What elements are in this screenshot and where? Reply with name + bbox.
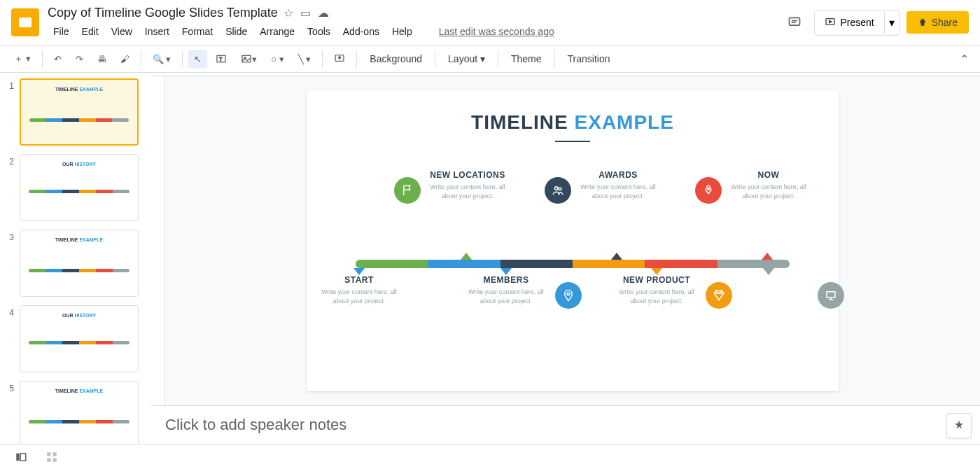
svg-rect-23	[53, 458, 57, 461]
menu-insert[interactable]: Insert	[139, 23, 175, 40]
workspace: 1 TIMELINE EXAMPLE 2 OUR HISTORY 3 TIMEL…	[0, 73, 980, 444]
canvas-area: TIMELINE EXAMPLE NEW LOCATIONSWrite your…	[151, 73, 980, 444]
menu-file[interactable]: File	[48, 23, 75, 40]
slide-title[interactable]: TIMELINE EXAMPLE	[335, 111, 811, 134]
textbox-tool[interactable]: T	[210, 49, 232, 69]
explore-button[interactable]	[946, 413, 972, 438]
menu-bar: File Edit View Insert Format Slide Arran…	[48, 23, 782, 40]
slide-thumbnail[interactable]: OUR HISTORY	[20, 154, 139, 221]
timeline-item[interactable]: STARTWrite your content here, all about …	[321, 275, 398, 305]
menu-slide[interactable]: Slide	[220, 23, 253, 40]
slide-thumbnail[interactable]: OUR HISTORY	[20, 305, 139, 372]
collapse-toolbar-icon[interactable]: ⌃	[960, 52, 969, 66]
svg-text:T: T	[220, 57, 223, 62]
shape-tool[interactable]: ○ ▾	[265, 50, 289, 69]
move-icon[interactable]: ▭	[300, 6, 311, 20]
menu-arrange[interactable]: Arrange	[254, 23, 300, 40]
filmstrip-view-icon[interactable]	[14, 450, 28, 464]
background-button[interactable]: Background	[363, 49, 429, 69]
timeline-item[interactable]: NEW LOCATIONSWrite your content here, al…	[429, 170, 506, 200]
undo-button[interactable]: ↶	[48, 50, 67, 69]
svg-text:+: +	[338, 55, 341, 61]
footer	[0, 444, 980, 469]
slide-thumbnail[interactable]: TIMELINE EXAMPLE	[20, 381, 139, 444]
svg-point-12	[559, 188, 561, 190]
line-tool[interactable]: ╲ ▾	[293, 50, 317, 69]
timeline-item[interactable]: AWARDSWrite your content here, all about…	[580, 170, 657, 200]
menu-format[interactable]: Format	[176, 23, 218, 40]
users-icon	[545, 177, 571, 204]
image-tool[interactable]: ▾	[235, 49, 262, 69]
timeline-item[interactable]: NEW PRODUCTWrite your content here, all …	[618, 275, 695, 305]
layout-button[interactable]: Layout ▾	[441, 49, 492, 69]
rocket-icon	[695, 177, 722, 204]
svg-point-11	[555, 187, 559, 190]
new-slide-button[interactable]: ＋ ▾	[8, 48, 36, 69]
cloud-icon[interactable]: ☁	[318, 6, 329, 20]
thumb-number: 1	[6, 78, 14, 146]
svg-point-14	[567, 293, 570, 295]
thumb-number: 4	[6, 305, 14, 372]
svg-rect-0	[790, 18, 800, 25]
transition-button[interactable]: Transition	[561, 49, 617, 69]
timeline-item[interactable]: MEMBERSWrite your content here, all abou…	[468, 275, 545, 305]
zoom-button[interactable]: 🔍 ▾	[147, 50, 177, 69]
menu-tools[interactable]: Tools	[302, 23, 336, 40]
redo-button[interactable]: ↷	[70, 50, 89, 69]
theme-button[interactable]: Theme	[504, 49, 549, 69]
star-icon[interactable]: ☆	[284, 6, 293, 20]
menu-help[interactable]: Help	[386, 23, 418, 40]
pin-icon	[555, 282, 582, 309]
slide-canvas[interactable]: TIMELINE EXAMPLE NEW LOCATIONSWrite your…	[307, 90, 839, 391]
thumb-number: 5	[6, 381, 14, 444]
svg-point-13	[708, 188, 710, 190]
last-edit-link[interactable]: Last edit was seconds ago	[433, 23, 560, 40]
ruler-vertical	[151, 76, 165, 405]
svg-marker-4	[830, 20, 832, 22]
comments-icon[interactable]	[782, 10, 807, 35]
svg-rect-18	[16, 453, 20, 461]
timeline-item[interactable]: NOWWrite your content here, all about yo…	[730, 170, 807, 200]
svg-rect-19	[20, 453, 26, 461]
app-header: Copy of Timeline Google Slides Template …	[0, 0, 980, 45]
slides-logo[interactable]	[11, 8, 39, 36]
thumb-number: 2	[6, 154, 14, 221]
thumb-number: 3	[6, 230, 14, 297]
menu-edit[interactable]: Edit	[76, 23, 104, 40]
present-dropdown[interactable]: ▾	[885, 10, 899, 36]
present-button[interactable]: Present	[814, 10, 884, 36]
timeline-bar	[356, 260, 790, 268]
svg-rect-20	[47, 452, 50, 456]
grid-view-icon[interactable]	[45, 450, 59, 464]
print-button[interactable]: 🖶	[92, 50, 112, 69]
flag-icon	[394, 177, 421, 204]
slide-thumbnail[interactable]: TIMELINE EXAMPLE	[20, 78, 139, 146]
comment-tool[interactable]: +	[328, 49, 351, 69]
doc-title[interactable]: Copy of Timeline Google Slides Template	[48, 6, 278, 20]
speaker-notes[interactable]: Click to add speaker notes	[151, 405, 980, 444]
share-button[interactable]: Share	[906, 11, 969, 34]
svg-rect-22	[47, 458, 50, 461]
menu-addons[interactable]: Add-ons	[337, 23, 385, 40]
filmstrip[interactable]: 1 TIMELINE EXAMPLE 2 OUR HISTORY 3 TIMEL…	[0, 73, 151, 444]
menu-view[interactable]: View	[106, 23, 138, 40]
toolbar: ＋ ▾ ↶ ↷ 🖶 🖌 🔍 ▾ ↖ T ▾ ○ ▾ ╲ ▾ + Backgrou…	[0, 45, 980, 73]
diamond-icon	[706, 282, 732, 309]
paint-format-button[interactable]: 🖌	[115, 50, 135, 69]
slide-thumbnail[interactable]: TIMELINE EXAMPLE	[20, 230, 139, 297]
svg-rect-15	[827, 292, 835, 298]
svg-rect-21	[53, 452, 57, 456]
select-tool[interactable]: ↖	[188, 50, 207, 69]
present-icon	[818, 282, 844, 309]
timeline[interactable]: NEW LOCATIONSWrite your content here, al…	[335, 170, 811, 366]
title-underline	[555, 141, 590, 142]
